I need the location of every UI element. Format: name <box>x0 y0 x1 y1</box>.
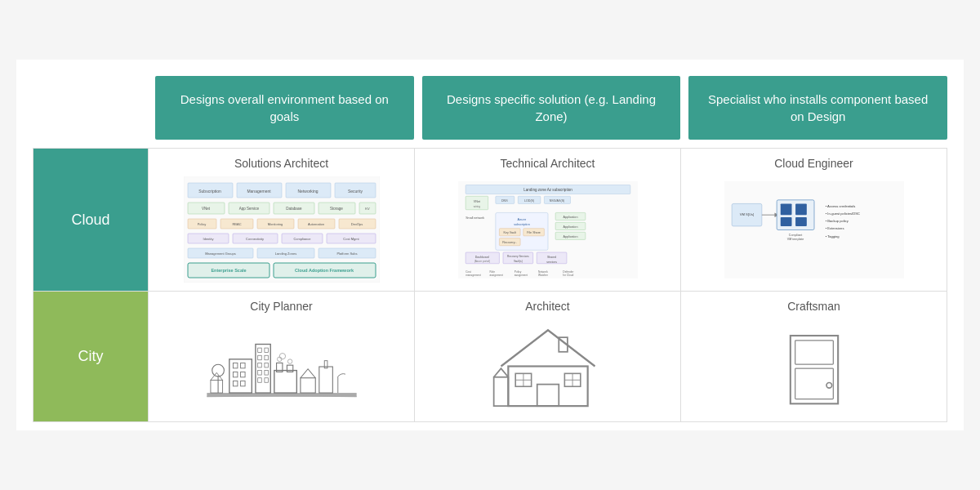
city-label: City <box>33 292 148 421</box>
header-box-3: Specialist who installs component based … <box>688 76 947 140</box>
city-planner-title: City Planner <box>250 300 312 313</box>
technical-architect-diagram: Landing zone Az subscription VNet wiring… <box>425 176 670 283</box>
svg-text:Identity: Identity <box>203 237 213 241</box>
svg-text:VM template: VM template <box>786 238 804 241</box>
svg-text:wiring: wiring <box>473 205 480 208</box>
svg-text:• In-guest policies/DSC: • In-guest policies/DSC <box>825 212 859 216</box>
svg-text:Automation: Automation <box>307 222 323 226</box>
svg-text:Recovery Services: Recovery Services <box>507 255 529 258</box>
svg-text:File Share: File Share <box>527 231 541 234</box>
svg-text:Recovery...: Recovery... <box>502 241 517 244</box>
craftsman-title: Craftsman <box>787 300 840 313</box>
svg-text:Defender: Defender <box>563 270 574 273</box>
svg-text:DNS: DNS <box>501 198 507 202</box>
svg-text:VM S[Us]: VM S[Us] <box>739 212 753 216</box>
svg-rect-100 <box>795 203 807 215</box>
svg-text:Policy: Policy <box>514 270 521 273</box>
svg-rect-99 <box>780 203 791 215</box>
svg-text:• Tagging: • Tagging <box>825 234 840 238</box>
cloud-label: Cloud <box>33 149 148 291</box>
svg-text:• Backup policy: • Backup policy <box>825 219 849 223</box>
svg-text:VNet: VNet <box>201 207 210 211</box>
svg-text:Network: Network <box>538 270 548 273</box>
svg-text:(Azure portal): (Azure portal) <box>474 259 489 262</box>
solutions-architect-cell: Solutions Architect Subscription Managem… <box>148 149 414 291</box>
svg-text:Networking: Networking <box>297 189 318 194</box>
svg-text:assignment: assignment <box>514 274 527 277</box>
header-box-2: Designs specific solution (e.g. Landing … <box>422 76 681 140</box>
svg-text:Landing Zones: Landing Zones <box>274 252 296 256</box>
svg-text:Application: Application <box>563 234 577 238</box>
svg-text:Management: Management <box>247 189 271 194</box>
svg-rect-94 <box>724 180 904 278</box>
architect-title: Architect <box>525 300 569 313</box>
architect-cell: Architect <box>414 292 680 421</box>
svg-text:Database: Database <box>286 207 302 211</box>
svg-text:services: services <box>546 260 557 263</box>
solutions-architect-title: Solutions Architect <box>234 157 328 170</box>
svg-rect-102 <box>795 216 807 225</box>
svg-text:Cloud Adoption Framework: Cloud Adoption Framework <box>295 268 354 273</box>
header-spacer <box>33 76 147 140</box>
svg-text:RBAC: RBAC <box>232 222 241 226</box>
svg-text:VNet: VNet <box>473 200 479 203</box>
svg-text:Dashboard: Dashboard <box>474 256 488 259</box>
main-grid: Cloud Solutions Architect Subscription M… <box>33 148 947 422</box>
svg-text:Landing zone Az subscription: Landing zone Az subscription <box>523 187 572 191</box>
solutions-architect-diagram: Subscription Management Networking Secur… <box>158 176 404 283</box>
header-box-1: Designs overall environment based on goa… <box>155 76 414 140</box>
svg-rect-101 <box>780 216 791 225</box>
page-container: Designs overall environment based on goa… <box>16 60 964 430</box>
svg-text:Role: Role <box>489 270 495 273</box>
svg-text:for Cloud: for Cloud <box>563 274 573 277</box>
svg-text:App Service: App Service <box>238 207 259 211</box>
svg-text:Cost: Cost <box>466 270 471 273</box>
svg-text:Cost Mgmt: Cost Mgmt <box>343 237 359 241</box>
svg-text:DevOps: DevOps <box>350 222 362 226</box>
cloud-engineer-title: Cloud Engineer <box>774 157 853 170</box>
svg-text:Management Groups: Management Groups <box>205 252 236 256</box>
svg-text:subscription: subscription <box>514 223 530 226</box>
architect-icon <box>425 319 670 413</box>
svg-text:Subscription: Subscription <box>198 189 221 194</box>
cloud-engineer-diagram: VM S[Us] Compliant VM template <box>691 176 937 283</box>
svg-text:Platform Subs: Platform Subs <box>336 252 357 256</box>
city-row: City City Planner <box>33 291 947 421</box>
svg-text:assignment: assignment <box>489 274 502 277</box>
technical-architect-cell: Technical Architect Landing zone Az subs… <box>414 149 680 291</box>
craftsman-cell: Craftsman <box>680 292 947 421</box>
svg-text:Policy: Policy <box>197 222 206 226</box>
svg-text:LOD(S): LOD(S) <box>523 198 533 202</box>
svg-text:Application: Application <box>563 225 577 228</box>
svg-text:Compliance: Compliance <box>293 237 311 241</box>
svg-text:Small network: Small network <box>466 216 484 219</box>
svg-text:Storage: Storage <box>330 207 343 211</box>
svg-text:Enterprise Scale: Enterprise Scale <box>211 268 246 273</box>
svg-text:Azure: Azure <box>517 216 526 220</box>
svg-text:NSG/AS(S): NSG/AS(S) <box>549 198 564 202</box>
svg-text:Key Vault: Key Vault <box>503 231 515 234</box>
svg-text:management: management <box>466 274 481 277</box>
craftsman-icon <box>691 319 937 413</box>
svg-text:Connectivity: Connectivity <box>246 237 264 241</box>
header-row: Designs overall environment based on goa… <box>33 76 947 140</box>
cloud-engineer-cell: Cloud Engineer VM S[Us] <box>680 149 947 291</box>
svg-text:KV: KV <box>365 207 370 211</box>
svg-text:Compliant: Compliant <box>788 233 801 236</box>
svg-text:Vault(s): Vault(s) <box>513 259 522 262</box>
svg-text:Watcher: Watcher <box>538 274 549 277</box>
technical-architect-title: Technical Architect <box>501 157 595 170</box>
svg-text:Security: Security <box>347 189 363 194</box>
svg-text:• Extensions: • Extensions <box>825 226 844 230</box>
city-planner-icon <box>158 319 404 413</box>
city-planner-cell: City Planner <box>148 292 414 421</box>
svg-text:• Access credentials: • Access credentials <box>825 204 855 208</box>
cloud-row: Cloud Solutions Architect Subscription M… <box>33 149 947 291</box>
svg-text:Shared: Shared <box>546 256 555 259</box>
svg-text:Application: Application <box>563 215 577 218</box>
svg-text:Monitoring: Monitoring <box>267 222 283 226</box>
